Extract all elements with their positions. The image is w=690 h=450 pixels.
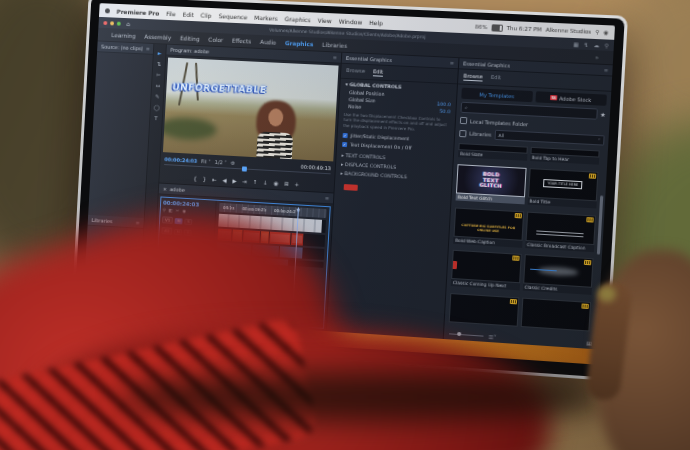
- go-to-out-button[interactable]: ⇥: [242, 178, 247, 184]
- tab-assembly[interactable]: Assembly: [144, 33, 171, 40]
- tab-graphics[interactable]: Graphics: [285, 40, 314, 47]
- template-classic-broadcast-caption[interactable]: Classic Broadcast Caption: [524, 211, 596, 255]
- battery-icon: [491, 24, 503, 32]
- linked-selection-icon[interactable]: ◧: [169, 208, 173, 213]
- go-to-in-button[interactable]: ⇤: [212, 177, 217, 183]
- template-badge: [584, 260, 591, 266]
- comparison-view-button[interactable]: ⊞: [284, 181, 289, 187]
- selection-tool[interactable]: ►: [157, 50, 161, 56]
- fit-dropdown[interactable]: Fit ˅: [201, 158, 211, 164]
- program-timecode[interactable]: 00:00:24:03: [164, 156, 197, 164]
- menu-window[interactable]: Window: [339, 17, 363, 25]
- template-bold-web-caption[interactable]: CAPTURE BIG SUBTITLES FOR ONLINE USE Bol…: [453, 207, 524, 251]
- panel-menu-icon[interactable]: ≡: [604, 67, 609, 73]
- menu-help[interactable]: Help: [369, 18, 383, 26]
- menubar-account[interactable]: Alkenne Studios: [546, 27, 592, 35]
- local-templates-checkbox[interactable]: [460, 117, 467, 124]
- panel-menu-icon[interactable]: ≡: [146, 46, 150, 52]
- home-icon[interactable]: ⌂: [126, 20, 130, 27]
- tab-audio[interactable]: Audio: [260, 38, 277, 45]
- edit-tab[interactable]: Edit: [491, 74, 502, 83]
- photo-scene: Premiere Pro File Edit Clip Sequence Mar…: [0, 0, 690, 450]
- adobe-stock-button[interactable]: St Adobe Stock: [535, 91, 607, 106]
- workspace-grid-icon[interactable]: ▦: [573, 41, 579, 47]
- panel-menu-icon[interactable]: ≡: [325, 195, 329, 201]
- cloud-sync-icon[interactable]: ☁: [594, 41, 600, 47]
- battery-percent: 86%: [475, 24, 488, 31]
- search-icon[interactable]: ⚲: [604, 42, 609, 48]
- thumbnail-size-slider[interactable]: [449, 333, 483, 336]
- menu-sequence[interactable]: Sequence: [218, 12, 247, 20]
- template-bold-text-glitch[interactable]: BOLD TEXT GLITCH Bold Text Glitch: [455, 164, 526, 208]
- tab-editing[interactable]: Editing: [180, 35, 200, 42]
- menu-view[interactable]: View: [317, 16, 331, 24]
- panel-menu-icon[interactable]: ≡: [333, 54, 338, 60]
- tab-effects[interactable]: Effects: [232, 37, 252, 44]
- siri-icon[interactable]: ◉: [603, 29, 608, 35]
- template-classic-credits[interactable]: Classic Credits: [522, 254, 593, 299]
- template-bold-tap-to-hear[interactable]: Bold Tap to Hear: [529, 147, 599, 169]
- track-select-tool[interactable]: ⇅: [157, 61, 162, 67]
- glitch-art: BOLD TEXT GLITCH: [457, 165, 525, 196]
- type-tool[interactable]: T: [154, 115, 158, 121]
- tab-learning[interactable]: Learning: [111, 32, 136, 39]
- scrub-playhead[interactable]: [242, 166, 247, 171]
- tab-color[interactable]: Color: [208, 36, 223, 43]
- tab-libraries[interactable]: Libraries: [322, 41, 347, 48]
- checkbox-checked-icon[interactable]: ✓: [342, 142, 347, 147]
- menu-graphics[interactable]: Graphics: [284, 15, 311, 23]
- menu-markers[interactable]: Markers: [254, 13, 278, 21]
- minimize-window-button[interactable]: [110, 21, 114, 25]
- template-partial[interactable]: [448, 293, 518, 331]
- app-name[interactable]: Premiere Pro: [116, 7, 159, 16]
- libraries-checkbox[interactable]: [459, 129, 466, 136]
- slip-tool[interactable]: ↔: [155, 83, 160, 89]
- essential-graphics-browse-panel: Essential Graphics ≡ Browse Edit My Temp…: [444, 58, 613, 349]
- step-back-button[interactable]: ◀: [222, 177, 226, 183]
- template-badge: [586, 217, 593, 223]
- extract-button[interactable]: ↓: [263, 180, 268, 186]
- list-view-icon[interactable]: ☰˅: [488, 333, 496, 340]
- hand-tool[interactable]: ◯: [154, 104, 160, 110]
- button-editor[interactable]: +: [294, 181, 299, 187]
- spotlight-icon[interactable]: ⚲: [595, 29, 600, 35]
- export-frame-button[interactable]: ◉: [273, 180, 278, 186]
- apple-logo-icon[interactable]: [105, 8, 110, 13]
- menu-clip[interactable]: Clip: [201, 11, 212, 18]
- woman-in-video: [248, 99, 303, 161]
- menu-file[interactable]: File: [166, 10, 176, 17]
- menubar-clock[interactable]: Thu 6:27 PM: [506, 25, 541, 33]
- play-button[interactable]: ▶: [232, 178, 236, 184]
- edit-tab[interactable]: Edit: [373, 68, 383, 76]
- mark-out-button[interactable]: }: [203, 176, 207, 182]
- template-partial[interactable]: [520, 298, 591, 336]
- lift-button[interactable]: ↑: [253, 179, 258, 185]
- broadcast-caption-art: [537, 229, 584, 237]
- sequence-duration: 00:00:49:13: [301, 164, 332, 172]
- checkbox-checked-icon[interactable]: ✓: [343, 133, 348, 138]
- browse-tab[interactable]: Browse: [346, 67, 365, 76]
- snap-icon[interactable]: ⚲: [163, 207, 166, 212]
- template-classic-coming-up-next[interactable]: Classic Coming Up Next: [451, 250, 522, 294]
- template-bold-slate[interactable]: Bold Slate: [458, 143, 528, 165]
- tabs-overflow-icon[interactable]: »: [595, 54, 599, 60]
- template-bold-title[interactable]: YOUR TITLE HERE Bold Title: [527, 168, 599, 212]
- panel-menu-icon[interactable]: ≡: [450, 60, 455, 66]
- resolution-dropdown[interactable]: 1/2 ˅: [215, 159, 227, 166]
- template-grid: Bold Slate Bold Tap to Hear BOLD: [444, 141, 608, 338]
- program-monitor-preview[interactable]: UNFORGETTABLE: [163, 58, 339, 162]
- web-caption-art: CAPTURE BIG SUBTITLES FOR ONLINE USE: [457, 224, 519, 235]
- color-swatch[interactable]: [344, 184, 358, 191]
- maximize-window-button[interactable]: [117, 21, 121, 25]
- browse-tab[interactable]: Browse: [463, 73, 483, 82]
- favorites-star-icon[interactable]: ★: [600, 111, 606, 118]
- razor-tool[interactable]: ✂: [156, 72, 161, 78]
- menu-edit[interactable]: Edit: [182, 10, 194, 17]
- quick-export-icon[interactable]: ↯: [584, 41, 589, 47]
- mark-in-button[interactable]: {: [193, 176, 197, 182]
- settings-wrench-icon[interactable]: ⚙: [230, 160, 235, 166]
- pen-tool[interactable]: ✎: [155, 93, 160, 99]
- close-window-button[interactable]: [103, 21, 107, 25]
- my-templates-button[interactable]: My Templates: [461, 88, 532, 103]
- close-timeline-icon[interactable]: ×: [163, 186, 167, 192]
